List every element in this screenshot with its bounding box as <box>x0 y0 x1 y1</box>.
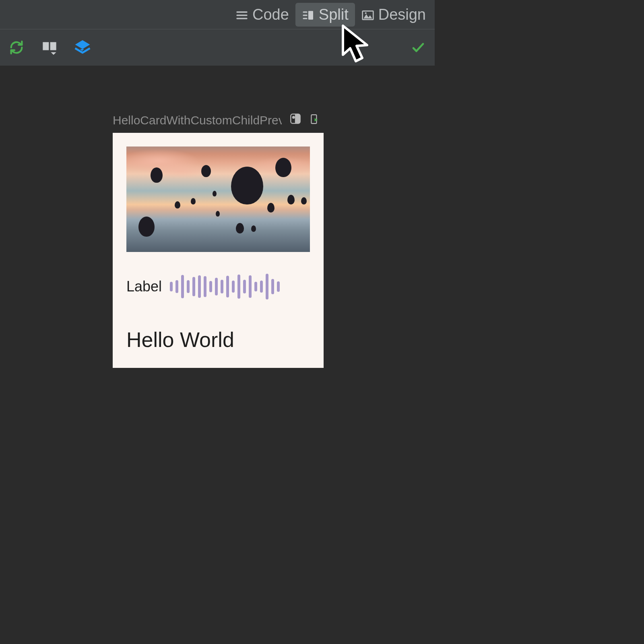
waveform-bar <box>249 275 252 298</box>
status-ok-button[interactable] <box>409 38 427 57</box>
svg-point-9 <box>365 12 366 14</box>
waveform-bar <box>243 280 246 293</box>
cursor-icon <box>340 24 372 63</box>
waveform-bar <box>187 280 190 293</box>
waveform-bar <box>266 274 268 299</box>
theme-toggle-icon[interactable] <box>290 113 301 127</box>
waveform-bar <box>237 275 240 299</box>
checkmark-icon <box>411 40 425 55</box>
waveform-bar <box>277 281 280 292</box>
svg-marker-8 <box>363 14 372 19</box>
svg-point-17 <box>292 116 295 119</box>
waveform-bar <box>215 278 218 295</box>
waveform-bar <box>209 281 212 292</box>
preview-canvas: HelloCardWithCustomChildPrev... <box>0 66 435 435</box>
waveform-bar <box>204 276 206 297</box>
waveform-bar <box>271 279 274 294</box>
waveform-bar <box>226 276 229 297</box>
menu-lines-icon <box>235 8 248 21</box>
card-image <box>126 147 310 252</box>
preview-title: HelloCardWithCustomChildPrev... <box>113 114 282 127</box>
layout-panel-button[interactable] <box>40 38 59 57</box>
waveform-bar <box>181 275 184 298</box>
card-label: Label <box>126 278 162 295</box>
tab-split-label: Split <box>319 6 349 23</box>
card-title: Hello World <box>126 328 310 352</box>
card-label-row: Label <box>126 274 310 299</box>
tab-split[interactable]: Split <box>295 3 355 27</box>
waveform-bar <box>192 277 195 296</box>
tab-code[interactable]: Code <box>229 3 295 27</box>
tab-design-label: Design <box>378 6 426 23</box>
tab-design[interactable]: Design <box>355 3 432 27</box>
waveform-bar <box>232 281 235 293</box>
image-mountain-icon <box>361 8 374 21</box>
layers-button[interactable] <box>73 38 92 57</box>
preview-card: Label Hello World <box>113 133 324 368</box>
svg-rect-16 <box>295 114 300 123</box>
layout-panel-icon <box>41 39 58 56</box>
svg-marker-12 <box>51 52 56 55</box>
svg-marker-13 <box>75 40 90 49</box>
waveform-bar <box>198 275 201 298</box>
layers-icon <box>74 39 91 56</box>
waveform-bar <box>175 280 178 293</box>
waveform-bar <box>260 281 263 293</box>
split-view-icon <box>302 8 315 21</box>
preview-header: HelloCardWithCustomChildPrev... <box>113 113 324 127</box>
run-on-device-icon[interactable] <box>309 114 320 127</box>
waveform-bar <box>170 282 173 291</box>
refresh-icon <box>8 39 25 56</box>
svg-rect-6 <box>308 11 313 19</box>
svg-rect-11 <box>50 42 56 50</box>
svg-rect-10 <box>43 42 49 50</box>
tab-code-label: Code <box>252 6 289 23</box>
refresh-button[interactable] <box>7 38 26 57</box>
preview-area: HelloCardWithCustomChildPrev... <box>113 113 324 368</box>
svg-marker-20 <box>343 26 367 61</box>
waveform <box>170 274 280 299</box>
waveform-bar <box>221 280 223 293</box>
waveform-bar <box>254 282 257 291</box>
